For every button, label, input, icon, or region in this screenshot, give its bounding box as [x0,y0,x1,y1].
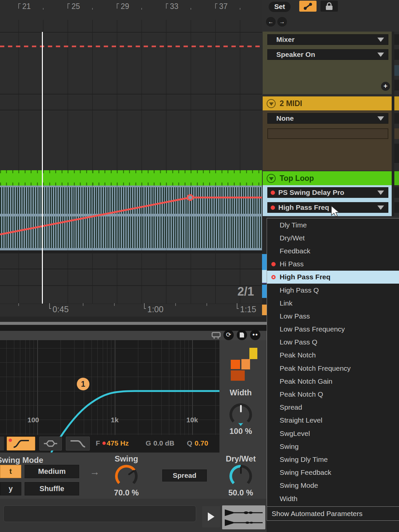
menu-item[interactable]: Low Pass [267,310,399,323]
menu-item-label: Peak Notch Gain [280,377,332,385]
menu-item[interactable]: Spread [267,401,399,414]
menu-item-label: Low Pass Q [280,338,317,346]
menu-item[interactable]: Dly Time [267,218,399,231]
menu-item-label: Spread [280,403,302,411]
clipped-control-stub [394,128,399,139]
filter-type-bandpass-button[interactable] [39,437,62,451]
freq-readout[interactable]: F 475 Hz [96,439,129,447]
hot-swap-icon[interactable] [211,332,221,339]
automation-breakpoint-line[interactable] [0,186,262,250]
save-preset-icon[interactable] [237,330,247,340]
clipped-control-stub [394,49,399,60]
device-chooser-mixer[interactable]: Mixer [267,34,388,45]
highpass-icon [12,439,30,449]
param-chooser-speaker[interactable]: Speaker On [267,49,388,60]
empty-param-chooser[interactable] [267,128,388,139]
automation-breakpoint[interactable] [188,195,193,200]
midi-track-header[interactable]: 2 MIDI [263,96,392,110]
q-readout[interactable]: Q 0.70 [187,439,208,447]
spread-button[interactable]: Spread [162,469,207,481]
fold-track-icon[interactable] [267,99,276,108]
menu-item[interactable]: SwgLevel [267,427,399,440]
horizontal-scrollbar[interactable] [0,322,267,325]
audio-clip-header[interactable] [0,170,262,186]
filter-type-clipped-button[interactable] [0,437,4,451]
loop-track-header[interactable]: Top Loop [263,171,392,185]
fold-track-icon[interactable] [267,174,276,183]
menu-item[interactable]: Swing Feedback [267,466,399,479]
menu-item[interactable]: Straight Level [267,414,399,427]
swing-mode-medium-button[interactable]: Medium [25,465,79,478]
grid-line [43,253,44,304]
grid-line [166,253,167,304]
lowpass-icon [69,439,86,448]
sync-icon[interactable]: ⟳ [223,330,234,340]
track-title: 2 MIDI [280,99,302,108]
back-arrow-button[interactable]: ← [266,17,276,27]
menu-item[interactable]: Swing Dly Time [267,453,399,466]
draw-mode-button[interactable] [299,1,317,12]
preview-play-button[interactable] [202,506,220,527]
menu-item[interactable]: Link [267,297,399,310]
info-field[interactable] [3,505,196,522]
filter-type-lowpass-button[interactable] [66,437,90,451]
swing-knob[interactable] [115,465,138,487]
param-chooser-highpass[interactable]: High Pass Freq [267,202,388,213]
menu-item[interactable]: Width [267,492,399,505]
chevron-down-icon [377,205,384,210]
gain-readout[interactable]: G 0.0 dB [146,439,174,447]
menu-item-label: Swing [280,443,299,451]
menu-item[interactable]: Swing [267,440,399,453]
menu-item[interactable]: Low Pass Frequency [267,323,399,336]
menu-item-label: Dly Time [280,221,307,229]
grid-line [18,20,19,170]
menu-item-label: SwgLevel [280,430,310,438]
automated-dot-icon [271,205,275,210]
forward-arrow-button[interactable]: → [277,17,287,27]
menu-item[interactable]: Low Pass Q [267,336,399,349]
menu-item[interactable]: Swing Mode [267,479,399,492]
device-chooser-midi[interactable]: None [267,113,388,124]
drywet-knob[interactable] [229,465,252,487]
bar-tick [67,3,68,9]
grid-line [117,253,117,304]
swing-mode-shuffle-button[interactable]: Shuffle [25,482,79,495]
sample-preview[interactable] [222,505,265,529]
menu-item[interactable]: Peak Notch Frequency [267,362,399,375]
highpass-curve[interactable] [0,340,219,453]
menu-dot-slot [267,262,280,266]
swing-mode-straight-button[interactable]: t [0,465,21,478]
automated-dot-icon [271,191,275,195]
width-knob[interactable] [229,403,252,426]
panel-divider [392,32,394,216]
clip-beat-ticks [0,183,262,186]
bar-minor-tick [141,8,142,10]
clipped-next-column [394,0,399,216]
menu-item[interactable]: Peak Notch [267,349,399,362]
menu-item-show-automated[interactable]: Show Automated Parameters [267,506,399,520]
menu-item[interactable]: Peak Notch Gain [267,375,399,388]
menu-item[interactable]: Dry/Wet [267,231,399,244]
automated-dot-icon [102,442,106,445]
swing-mode-heavy-button[interactable]: y [0,482,21,495]
menu-item[interactable]: Hi Pass [267,258,399,271]
menu-item[interactable]: Feedback [267,244,399,257]
playhead[interactable] [42,32,43,304]
band-number-badge[interactable]: 1 [77,378,89,390]
filter-type-highpass-button[interactable] [7,437,35,451]
lock-envelopes-button[interactable] [321,1,338,12]
device-chooser-delay[interactable]: PS Swing Delay Pro [267,187,388,198]
set-button[interactable]: Set [269,2,291,12]
filter-display[interactable]: 1 1001k10k F 47 [0,340,219,453]
menu-item-label: Peak Notch Q [280,390,323,398]
chevron-down-icon [377,191,384,195]
menu-item[interactable]: Peak Notch Q [267,388,399,401]
device-title-bar[interactable]: ⟳ ●● [0,331,267,340]
menu-item[interactable]: High Pass Freq [267,271,399,284]
add-automation-lane-button[interactable]: + [381,82,390,91]
automated-dot-icon [9,439,12,442]
automation-dashed-line[interactable] [0,46,262,47]
more-options-icon[interactable]: ●● [250,330,260,340]
menu-item[interactable]: High Pass Q [267,284,399,297]
arrangement-view[interactable]: 2125293337 2/1 0:451:001:15 [0,0,262,317]
